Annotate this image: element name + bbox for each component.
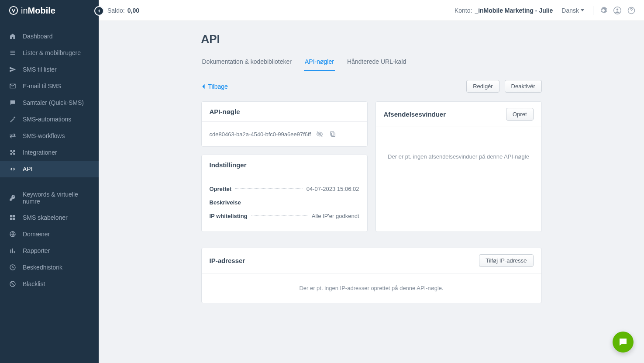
mail-icon	[9, 82, 17, 90]
setting-ip-whitelist: IP whitelisting Alle IP'er godkendt	[210, 210, 359, 224]
brand-icon	[9, 6, 18, 15]
home-icon	[9, 32, 17, 40]
nav-label: Dashboard	[23, 33, 53, 40]
copy-button[interactable]	[328, 130, 337, 138]
ip-title: IP-adresser	[210, 257, 245, 264]
gear-icon	[599, 7, 607, 14]
nav-dashboard[interactable]: Dashboard	[0, 28, 99, 45]
nav-reports[interactable]: Rapporter	[0, 242, 99, 259]
arrows-icon	[9, 132, 17, 140]
back-label: Tilbage	[208, 83, 228, 90]
settings-button[interactable]	[599, 7, 607, 14]
api-key-value: cde80463-ba2a-4540-bfc0-99a6ee97f6ff	[210, 131, 311, 138]
settings-title: Indstillinger	[202, 155, 367, 175]
api-key-card: API-nøgle cde80463-ba2a-4540-bfc0-99a6ee…	[201, 101, 368, 147]
svg-point-0	[10, 7, 17, 14]
nav-label: Rapporter	[23, 247, 50, 254]
help-button[interactable]	[627, 7, 635, 14]
svg-rect-7	[331, 133, 335, 136]
api-key-title: API-nøgle	[202, 102, 367, 122]
key-icon	[9, 194, 17, 202]
nav-templates[interactable]: SMS skabeloner	[0, 209, 99, 226]
sidebar: inMobile Dashboard Lister & mobilbrugere…	[0, 0, 99, 363]
nav-automations[interactable]: SMS-automations	[0, 111, 99, 128]
setting-label: Oprettet	[210, 186, 232, 192]
globe-icon	[9, 230, 17, 238]
deactivate-button[interactable]: Deaktivér	[505, 80, 542, 93]
topbar: Saldo: 0,00 Konto: _inMobile Marketing -…	[99, 0, 644, 21]
sending-windows-card: Afsendelsesvinduer Opret Der er pt. inge…	[375, 101, 542, 232]
brand-text: inMobile	[21, 6, 55, 16]
nav-label: Samtaler (Quick-SMS)	[23, 99, 84, 106]
nav-workflows[interactable]: SMS-workflows	[0, 128, 99, 144]
sidebar-collapse-button[interactable]	[94, 6, 104, 16]
eye-off-icon	[316, 131, 323, 138]
ip-empty-message: Der er pt. ingen IP-adresser oprettet på…	[202, 273, 541, 303]
svg-point-5	[616, 8, 619, 10]
nav-label: Beskedhistorik	[23, 264, 62, 271]
settings-card: Indstillinger Oprettet 04-07-2023 15:06:…	[201, 155, 368, 232]
nav-label: SMS til lister	[23, 66, 57, 73]
nav-email-sms[interactable]: E-mail til SMS	[0, 78, 99, 94]
account-info: Konto: _inMobile Marketing - Julie	[455, 7, 553, 14]
create-window-button[interactable]: Opret	[506, 108, 534, 121]
chart-icon	[9, 247, 17, 255]
tab-url-calls[interactable]: Håndterede URL-kald	[346, 54, 407, 71]
nav-label: Domæner	[23, 231, 50, 238]
edit-button[interactable]: Redigér	[466, 80, 499, 93]
nav-label: SMS-workflows	[23, 132, 65, 139]
language-label: Dansk	[561, 7, 579, 14]
divider	[593, 6, 593, 15]
setting-label: IP whitelisting	[210, 213, 248, 219]
nav-sms-lists[interactable]: SMS til lister	[0, 61, 99, 78]
add-ip-button[interactable]: Tilføj IP-adresse	[479, 254, 533, 267]
main: Saldo: 0,00 Konto: _inMobile Marketing -…	[99, 0, 644, 363]
nav-lists[interactable]: Lister & mobilbrugere	[0, 45, 99, 61]
send-icon	[9, 66, 17, 73]
language-select[interactable]: Dansk	[559, 7, 587, 14]
profile-button[interactable]	[613, 7, 621, 14]
nav-history[interactable]: Beskedhistorik	[0, 259, 99, 276]
chevron-left-icon	[97, 9, 101, 13]
nav-label: SMS-automations	[23, 116, 71, 123]
chat-widget-button[interactable]	[613, 332, 634, 353]
nav-label: API	[23, 166, 33, 173]
nav-domains[interactable]: Domæner	[0, 226, 99, 242]
nav-label: Lister & mobilbrugere	[23, 49, 81, 56]
chat-icon	[9, 99, 17, 107]
code-icon	[9, 165, 17, 173]
tab-api-keys[interactable]: API-nøgler	[304, 54, 335, 71]
setting-created: Oprettet 04-07-2023 15:06:02	[210, 183, 359, 197]
list-icon	[9, 49, 17, 57]
account-label: Konto:	[455, 7, 472, 14]
nav-api[interactable]: API	[0, 161, 99, 177]
brand-logo[interactable]: inMobile	[0, 0, 99, 21]
grid-icon	[9, 214, 17, 221]
tabs: Dokumentation & kodebiblioteker API-nøgl…	[201, 54, 542, 71]
nav-blacklist[interactable]: Blacklist	[0, 276, 99, 292]
saldo-value: 0,00	[127, 7, 139, 14]
nav-divider	[0, 182, 99, 182]
caret-down-icon	[581, 9, 584, 11]
copy-icon	[329, 131, 336, 138]
back-link[interactable]: Tilbage	[201, 83, 228, 90]
api-key-row: cde80463-ba2a-4540-bfc0-99a6ee97f6ff	[210, 130, 359, 138]
nav-label: Keywords & virtuelle numre	[23, 191, 90, 205]
windows-title: Afsendelsesvinduer	[384, 111, 446, 118]
help-icon	[627, 7, 635, 14]
setting-label: Beskrivelse	[210, 199, 241, 206]
setting-value: Alle IP'er godkendt	[312, 213, 359, 219]
toggle-visibility-button[interactable]	[315, 130, 324, 138]
saldo-label: Saldo:	[107, 7, 125, 14]
nav-label: Blacklist	[23, 280, 45, 287]
actions-row: Tilbage Redigér Deaktivér	[201, 80, 542, 93]
setting-description: Beskrivelse	[210, 197, 359, 210]
nav-integrations[interactable]: Integrationer	[0, 144, 99, 161]
nav-conversations[interactable]: Samtaler (Quick-SMS)	[0, 94, 99, 111]
nav-label: Integrationer	[23, 149, 57, 156]
nav-keywords[interactable]: Keywords & virtuelle numre	[0, 187, 99, 209]
tab-documentation[interactable]: Dokumentation & kodebiblioteker	[201, 54, 293, 71]
page-title: API	[201, 32, 542, 46]
nav-primary: Dashboard Lister & mobilbrugere SMS til …	[0, 21, 99, 292]
puzzle-icon	[9, 149, 17, 156]
